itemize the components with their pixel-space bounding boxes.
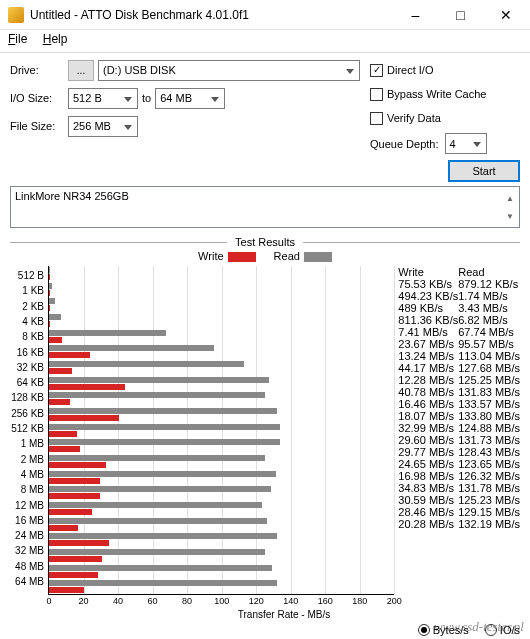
write-bar xyxy=(49,556,102,562)
bar-row xyxy=(49,360,394,376)
filesize-label: File Size: xyxy=(10,120,68,132)
read-cell: 131.83 MB/s xyxy=(458,386,520,398)
read-bar xyxy=(49,533,277,539)
legend-read-label: Read xyxy=(274,250,300,262)
write-bar xyxy=(49,587,84,593)
read-bar xyxy=(49,580,277,586)
legend-read-swatch xyxy=(304,252,332,262)
write-bar xyxy=(49,493,100,499)
read-cell: 131.73 MB/s xyxy=(458,434,520,446)
read-cell: 67.74 MB/s xyxy=(458,326,520,338)
read-bar xyxy=(49,267,50,273)
y-label: 16 MB xyxy=(10,513,44,528)
iosize-to-select[interactable]: 64 MB xyxy=(155,88,225,109)
write-cell: 24.65 MB/s xyxy=(398,458,458,470)
write-cell: 489 KB/s xyxy=(398,302,458,314)
read-bar xyxy=(49,486,271,492)
write-bar xyxy=(49,321,50,327)
y-label: 2 MB xyxy=(10,452,44,467)
iosize-to-value: 64 MB xyxy=(160,92,192,104)
write-bar xyxy=(49,290,50,296)
bar-row xyxy=(49,564,394,580)
filesize-value: 256 MB xyxy=(73,120,111,132)
write-cell: 7.41 MB/s xyxy=(398,326,458,338)
read-cell: 879.12 KB/s xyxy=(458,278,520,290)
verify-label: Verify Data xyxy=(387,112,441,124)
queue-depth-select[interactable]: 4 xyxy=(445,133,487,154)
drive-label: Drive: xyxy=(10,64,68,76)
read-cell: 95.57 MB/s xyxy=(458,338,520,350)
write-bar xyxy=(49,572,98,578)
read-cell: 123.65 MB/s xyxy=(458,458,520,470)
bar-row xyxy=(49,329,394,345)
queue-depth-value: 4 xyxy=(450,138,456,150)
menu-help[interactable]: Help xyxy=(43,32,68,46)
write-cell: 18.07 MB/s xyxy=(398,410,458,422)
read-cell: 125.25 MB/s xyxy=(458,374,520,386)
write-cell: 29.77 MB/s xyxy=(398,446,458,458)
app-icon xyxy=(8,7,24,23)
read-bar xyxy=(49,471,276,477)
start-button[interactable]: Start xyxy=(448,160,520,182)
arrow-down-icon[interactable]: ▼ xyxy=(503,207,517,225)
device-textbox[interactable]: LinkMore NR34 256GB ▲▼ xyxy=(10,186,520,228)
window-title: Untitled - ATTO Disk Benchmark 4.01.0f1 xyxy=(30,8,393,22)
write-cell: 32.99 MB/s xyxy=(398,422,458,434)
close-button[interactable]: ✕ xyxy=(483,0,528,30)
read-bar xyxy=(49,502,262,508)
read-cell: 124.88 MB/s xyxy=(458,422,520,434)
minimize-button[interactable]: – xyxy=(393,0,438,30)
y-label: 64 KB xyxy=(10,375,44,390)
y-label: 32 MB xyxy=(10,543,44,558)
y-label: 24 MB xyxy=(10,528,44,543)
drive-select[interactable]: (D:) USB DISK xyxy=(98,60,360,81)
bar-row xyxy=(49,407,394,423)
bar-row xyxy=(49,423,394,439)
write-cell: 40.78 MB/s xyxy=(398,386,458,398)
checkbox-icon xyxy=(370,88,383,101)
iosize-from-select[interactable]: 512 B xyxy=(68,88,138,109)
read-cell: 1.74 MB/s xyxy=(458,290,520,302)
bar-row xyxy=(49,470,394,486)
spinner-arrows[interactable]: ▲▼ xyxy=(503,189,517,225)
chart-area: 020406080100120140160180200 xyxy=(48,266,394,595)
read-bar xyxy=(49,361,244,367)
col-write-header: Write xyxy=(398,266,458,278)
bar-row xyxy=(49,579,394,595)
maximize-button[interactable]: □ xyxy=(438,0,483,30)
y-label: 256 KB xyxy=(10,406,44,421)
filesize-select[interactable]: 256 MB xyxy=(68,116,138,137)
controls-panel: Drive: ... (D:) USB DISK I/O Size: 512 B… xyxy=(0,59,530,182)
menu-file[interactable]: File xyxy=(8,32,27,46)
write-cell: 30.59 MB/s xyxy=(398,494,458,506)
drive-browse-button[interactable]: ... xyxy=(68,60,94,81)
legend: Write Read xyxy=(10,250,520,262)
radio-bytes[interactable]: Bytes/s xyxy=(418,624,469,636)
direct-io-checkbox[interactable]: ✓ Direct I/O xyxy=(370,59,520,81)
bypass-checkbox[interactable]: Bypass Write Cache xyxy=(370,83,520,105)
verify-checkbox[interactable]: Verify Data xyxy=(370,107,520,129)
write-bar xyxy=(49,384,125,390)
read-bar xyxy=(49,424,280,430)
write-cell: 23.67 MB/s xyxy=(398,338,458,350)
arrow-up-icon[interactable]: ▲ xyxy=(503,189,517,207)
iosize-from-value: 512 B xyxy=(73,92,102,104)
write-cell: 13.24 MB/s xyxy=(398,350,458,362)
read-cell: 126.32 MB/s xyxy=(458,470,520,482)
write-cell: 28.46 MB/s xyxy=(398,506,458,518)
bar-row xyxy=(49,344,394,360)
write-cell: 34.83 MB/s xyxy=(398,482,458,494)
titlebar: Untitled - ATTO Disk Benchmark 4.01.0f1 … xyxy=(0,0,530,30)
radio-dot-icon xyxy=(485,624,497,636)
queue-depth-label: Queue Depth: xyxy=(370,138,439,150)
read-bar xyxy=(49,345,214,351)
bar-row xyxy=(49,376,394,392)
y-label: 4 KB xyxy=(10,314,44,329)
bar-row xyxy=(49,391,394,407)
bar-row xyxy=(49,532,394,548)
write-bar xyxy=(49,352,90,358)
bar-row xyxy=(49,266,394,282)
y-label: 128 KB xyxy=(10,390,44,405)
results-panel: Test Results Write Read 512 B1 KB2 KB4 K… xyxy=(10,236,520,620)
radio-ios[interactable]: IO/s xyxy=(485,624,520,636)
